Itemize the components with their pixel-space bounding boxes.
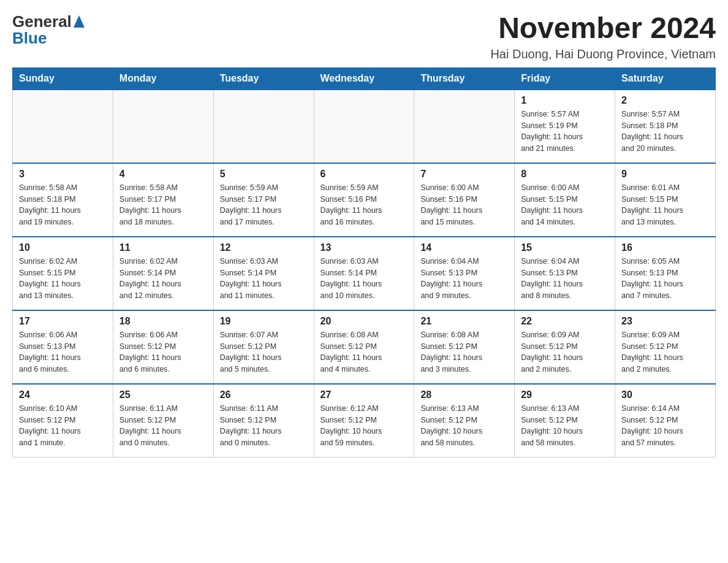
svg-marker-0 — [74, 15, 85, 28]
calendar-week-row: 24Sunrise: 6:10 AM Sunset: 5:12 PM Dayli… — [13, 384, 716, 458]
day-number: 6 — [320, 169, 408, 180]
calendar-cell: 16Sunrise: 6:05 AM Sunset: 5:13 PM Dayli… — [615, 237, 716, 310]
day-number: 26 — [220, 389, 308, 400]
day-of-week-header: Thursday — [414, 67, 515, 90]
calendar-cell: 19Sunrise: 6:07 AM Sunset: 5:12 PM Dayli… — [213, 310, 314, 384]
day-info: Sunrise: 5:58 AM Sunset: 5:18 PM Dayligh… — [19, 182, 107, 228]
day-info: Sunrise: 6:09 AM Sunset: 5:12 PM Dayligh… — [521, 329, 609, 375]
day-info: Sunrise: 6:06 AM Sunset: 5:13 PM Dayligh… — [19, 329, 107, 375]
calendar-cell: 24Sunrise: 6:10 AM Sunset: 5:12 PM Dayli… — [13, 384, 113, 458]
day-info: Sunrise: 5:57 AM Sunset: 5:18 PM Dayligh… — [621, 109, 709, 155]
day-number: 8 — [521, 169, 609, 180]
calendar-cell: 22Sunrise: 6:09 AM Sunset: 5:12 PM Dayli… — [515, 310, 615, 384]
calendar-header-row: SundayMondayTuesdayWednesdayThursdayFrid… — [13, 67, 716, 90]
calendar-cell: 23Sunrise: 6:09 AM Sunset: 5:12 PM Dayli… — [615, 310, 716, 384]
day-number: 12 — [220, 242, 308, 253]
calendar-week-row: 17Sunrise: 6:06 AM Sunset: 5:13 PM Dayli… — [13, 310, 716, 384]
calendar-cell: 27Sunrise: 6:12 AM Sunset: 5:12 PM Dayli… — [314, 384, 414, 458]
day-number: 15 — [521, 242, 609, 253]
calendar-cell: 29Sunrise: 6:13 AM Sunset: 5:12 PM Dayli… — [515, 384, 615, 458]
day-info: Sunrise: 6:04 AM Sunset: 5:13 PM Dayligh… — [521, 256, 609, 302]
calendar-cell: 9Sunrise: 6:01 AM Sunset: 5:15 PM Daylig… — [615, 163, 716, 237]
day-number: 27 — [320, 389, 408, 400]
calendar-table: SundayMondayTuesdayWednesdayThursdayFrid… — [12, 67, 716, 458]
day-number: 30 — [621, 389, 709, 400]
calendar-week-row: 3Sunrise: 5:58 AM Sunset: 5:18 PM Daylig… — [13, 163, 716, 237]
day-number: 20 — [320, 316, 408, 327]
day-info: Sunrise: 6:04 AM Sunset: 5:13 PM Dayligh… — [420, 256, 508, 302]
day-number: 4 — [119, 169, 207, 180]
calendar-cell — [113, 90, 213, 163]
calendar-cell: 15Sunrise: 6:04 AM Sunset: 5:13 PM Dayli… — [515, 237, 615, 310]
day-of-week-header: Sunday — [13, 67, 113, 90]
calendar-cell: 30Sunrise: 6:14 AM Sunset: 5:12 PM Dayli… — [615, 384, 716, 458]
day-info: Sunrise: 5:59 AM Sunset: 5:17 PM Dayligh… — [220, 182, 308, 228]
day-info: Sunrise: 6:13 AM Sunset: 5:12 PM Dayligh… — [521, 403, 609, 449]
calendar-cell: 26Sunrise: 6:11 AM Sunset: 5:12 PM Dayli… — [213, 384, 314, 458]
day-info: Sunrise: 6:09 AM Sunset: 5:12 PM Dayligh… — [621, 329, 709, 375]
day-info: Sunrise: 5:57 AM Sunset: 5:19 PM Dayligh… — [521, 109, 609, 155]
day-number: 18 — [119, 316, 207, 327]
day-number: 24 — [19, 389, 107, 400]
location-text: Hai Duong, Hai Duong Province, Vietnam — [490, 47, 716, 61]
calendar-cell: 7Sunrise: 6:00 AM Sunset: 5:16 PM Daylig… — [414, 163, 515, 237]
calendar-cell: 17Sunrise: 6:06 AM Sunset: 5:13 PM Dayli… — [13, 310, 113, 384]
day-number: 3 — [19, 169, 107, 180]
calendar-cell: 25Sunrise: 6:11 AM Sunset: 5:12 PM Dayli… — [113, 384, 213, 458]
day-info: Sunrise: 6:12 AM Sunset: 5:12 PM Dayligh… — [320, 403, 408, 449]
calendar-cell: 6Sunrise: 5:59 AM Sunset: 5:16 PM Daylig… — [314, 163, 414, 237]
calendar-cell: 1Sunrise: 5:57 AM Sunset: 5:19 PM Daylig… — [515, 90, 615, 163]
calendar-cell: 3Sunrise: 5:58 AM Sunset: 5:18 PM Daylig… — [13, 163, 113, 237]
day-info: Sunrise: 6:06 AM Sunset: 5:12 PM Dayligh… — [119, 329, 207, 375]
calendar-cell: 14Sunrise: 6:04 AM Sunset: 5:13 PM Dayli… — [414, 237, 515, 310]
calendar-cell: 12Sunrise: 6:03 AM Sunset: 5:14 PM Dayli… — [213, 237, 314, 310]
day-info: Sunrise: 6:00 AM Sunset: 5:16 PM Dayligh… — [420, 182, 508, 228]
day-number: 10 — [19, 242, 107, 253]
day-info: Sunrise: 6:08 AM Sunset: 5:12 PM Dayligh… — [420, 329, 508, 375]
day-info: Sunrise: 6:02 AM Sunset: 5:15 PM Dayligh… — [19, 256, 107, 302]
day-info: Sunrise: 6:03 AM Sunset: 5:14 PM Dayligh… — [320, 256, 408, 302]
logo-triangle-icon — [74, 15, 85, 30]
day-number: 22 — [521, 316, 609, 327]
page-header: General Blue November 2024 Hai Duong, Ha… — [12, 12, 716, 61]
day-info: Sunrise: 6:08 AM Sunset: 5:12 PM Dayligh… — [320, 329, 408, 375]
calendar-cell: 2Sunrise: 5:57 AM Sunset: 5:18 PM Daylig… — [615, 90, 716, 163]
day-info: Sunrise: 6:02 AM Sunset: 5:14 PM Dayligh… — [119, 256, 207, 302]
day-info: Sunrise: 6:14 AM Sunset: 5:12 PM Dayligh… — [621, 403, 709, 449]
day-number: 28 — [420, 389, 508, 400]
day-number: 1 — [521, 95, 609, 106]
calendar-cell: 8Sunrise: 6:00 AM Sunset: 5:15 PM Daylig… — [515, 163, 615, 237]
day-number: 25 — [119, 389, 207, 400]
calendar-cell: 18Sunrise: 6:06 AM Sunset: 5:12 PM Dayli… — [113, 310, 213, 384]
day-number: 23 — [621, 316, 709, 327]
day-info: Sunrise: 6:11 AM Sunset: 5:12 PM Dayligh… — [119, 403, 207, 449]
logo: General Blue — [12, 12, 85, 48]
day-number: 17 — [19, 316, 107, 327]
day-of-week-header: Wednesday — [314, 67, 414, 90]
day-number: 14 — [420, 242, 508, 253]
calendar-week-row: 10Sunrise: 6:02 AM Sunset: 5:15 PM Dayli… — [13, 237, 716, 310]
calendar-cell — [414, 90, 515, 163]
calendar-cell: 4Sunrise: 5:58 AM Sunset: 5:17 PM Daylig… — [113, 163, 213, 237]
day-info: Sunrise: 6:00 AM Sunset: 5:15 PM Dayligh… — [521, 182, 609, 228]
calendar-cell: 10Sunrise: 6:02 AM Sunset: 5:15 PM Dayli… — [13, 237, 113, 310]
day-number: 2 — [621, 95, 709, 106]
calendar-cell: 20Sunrise: 6:08 AM Sunset: 5:12 PM Dayli… — [314, 310, 414, 384]
calendar-cell — [314, 90, 414, 163]
day-number: 13 — [320, 242, 408, 253]
day-info: Sunrise: 6:07 AM Sunset: 5:12 PM Dayligh… — [220, 329, 308, 375]
day-number: 9 — [621, 169, 709, 180]
day-of-week-header: Monday — [113, 67, 213, 90]
day-info: Sunrise: 6:01 AM Sunset: 5:15 PM Dayligh… — [621, 182, 709, 228]
calendar-cell: 21Sunrise: 6:08 AM Sunset: 5:12 PM Dayli… — [414, 310, 515, 384]
day-of-week-header: Friday — [515, 67, 615, 90]
day-number: 11 — [119, 242, 207, 253]
calendar-week-row: 1Sunrise: 5:57 AM Sunset: 5:19 PM Daylig… — [13, 90, 716, 163]
day-number: 19 — [220, 316, 308, 327]
calendar-cell: 13Sunrise: 6:03 AM Sunset: 5:14 PM Dayli… — [314, 237, 414, 310]
day-of-week-header: Saturday — [615, 67, 716, 90]
day-info: Sunrise: 5:58 AM Sunset: 5:17 PM Dayligh… — [119, 182, 207, 228]
day-number: 5 — [220, 169, 308, 180]
calendar-cell: 28Sunrise: 6:13 AM Sunset: 5:12 PM Dayli… — [414, 384, 515, 458]
calendar-cell — [13, 90, 113, 163]
